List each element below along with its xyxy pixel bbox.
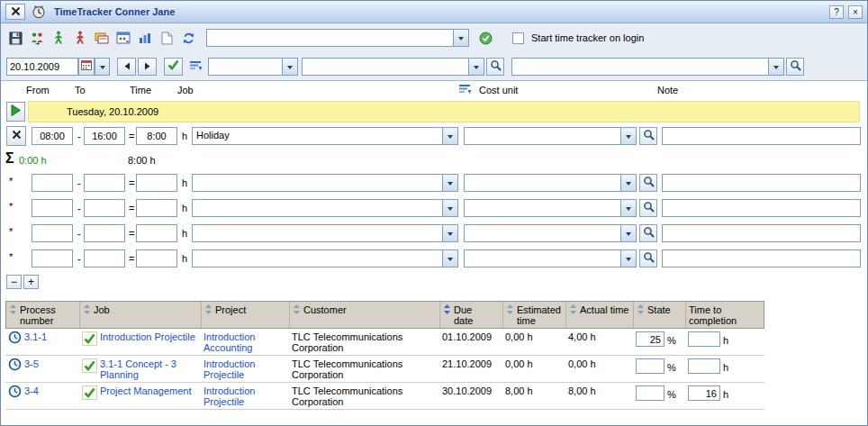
arrive-walk-icon[interactable]	[50, 30, 68, 46]
project-link[interactable]: Introduction Accounting	[203, 331, 286, 353]
note-input[interactable]	[662, 127, 861, 145]
chevron-down-icon[interactable]	[442, 128, 457, 144]
to-input[interactable]	[84, 127, 125, 145]
delete-entry-button[interactable]	[6, 126, 26, 146]
duration-input[interactable]	[136, 199, 177, 217]
header-due-date[interactable]: Due date	[440, 302, 503, 328]
state-input[interactable]	[636, 358, 665, 374]
note-input[interactable]	[662, 199, 861, 217]
duration-input[interactable]	[136, 174, 177, 192]
task-timer-icon[interactable]	[8, 358, 22, 371]
project-link[interactable]: Introduction Projectile	[203, 358, 286, 380]
note-input[interactable]	[662, 224, 861, 242]
confirm-day-button[interactable]	[164, 58, 183, 76]
completion-input[interactable]	[688, 385, 720, 401]
job-check-icon[interactable]	[82, 385, 97, 400]
job-link[interactable]: Introduction Projectile	[100, 331, 195, 342]
chevron-down-icon[interactable]	[620, 128, 636, 144]
panel-close-button[interactable]	[5, 4, 25, 20]
state-input[interactable]	[636, 385, 665, 401]
costunit-combo[interactable]	[464, 127, 637, 145]
header-actual-time[interactable]: Actual time	[566, 302, 634, 328]
state-input[interactable]	[636, 331, 665, 347]
header-state[interactable]: State	[634, 302, 686, 328]
to-input[interactable]	[84, 199, 125, 217]
quick-jump-combo[interactable]	[206, 29, 469, 47]
note-input[interactable]	[662, 249, 861, 267]
job-combo[interactable]	[192, 249, 458, 267]
refresh-icon[interactable]	[179, 30, 197, 46]
chevron-down-icon[interactable]	[768, 59, 783, 75]
header-customer[interactable]: Customer	[290, 302, 440, 328]
task-timer-icon[interactable]	[8, 385, 22, 398]
help-button[interactable]: ?	[829, 5, 844, 19]
chevron-down-icon[interactable]	[620, 250, 636, 267]
costunit-combo[interactable]	[464, 249, 637, 267]
costunit-combo[interactable]	[464, 174, 637, 192]
chevron-down-icon[interactable]	[620, 200, 636, 216]
chevron-down-icon[interactable]	[620, 225, 636, 241]
date-input[interactable]	[6, 58, 78, 76]
job-combo[interactable]	[192, 199, 458, 217]
job-check-icon[interactable]	[82, 358, 97, 373]
next-day-button[interactable]	[138, 58, 157, 76]
process-link[interactable]: 3-4	[24, 385, 39, 396]
chevron-down-icon[interactable]	[442, 200, 457, 216]
chevron-down-icon[interactable]	[442, 175, 457, 191]
from-input[interactable]	[32, 174, 73, 192]
calendar-button[interactable]	[78, 58, 95, 76]
costunit-combo[interactable]	[464, 224, 637, 242]
from-input[interactable]	[32, 199, 73, 217]
cards-icon[interactable]	[93, 30, 111, 46]
costunit-search-button[interactable]	[639, 199, 657, 217]
period-combo[interactable]	[208, 58, 298, 76]
costunit-search-button[interactable]	[639, 224, 657, 242]
header-process-number[interactable]: Process number	[6, 302, 80, 328]
job-link[interactable]: Project Management	[100, 385, 192, 396]
remove-row-button[interactable]: −	[6, 275, 22, 289]
chevron-down-icon[interactable]	[442, 250, 457, 267]
costunit-search-button[interactable]	[639, 249, 657, 267]
sort-view-button[interactable]	[186, 59, 204, 75]
job-search-button[interactable]	[486, 58, 504, 76]
add-row-button[interactable]: +	[23, 275, 39, 289]
costunit-lookup-combo[interactable]	[511, 58, 784, 76]
chevron-down-icon[interactable]	[620, 175, 636, 191]
start-on-login-checkbox[interactable]	[512, 32, 524, 44]
completion-input[interactable]	[688, 358, 720, 374]
header-estimated-time[interactable]: Estimated time	[503, 302, 566, 328]
chevron-down-icon[interactable]	[453, 30, 468, 46]
process-link[interactable]: 3.1-1	[24, 331, 47, 342]
costunit-search-button[interactable]	[639, 127, 657, 145]
job-lookup-combo[interactable]	[302, 58, 484, 76]
from-input[interactable]	[32, 224, 73, 242]
leave-walk-icon[interactable]	[71, 30, 89, 46]
costunit-search-button[interactable]	[639, 174, 657, 192]
close-button[interactable]: ×	[848, 5, 863, 19]
chevron-down-icon[interactable]	[468, 59, 484, 75]
header-project[interactable]: Project	[202, 302, 290, 328]
chevron-down-icon[interactable]	[282, 59, 297, 75]
job-combo[interactable]	[192, 174, 458, 192]
duration-input[interactable]	[136, 224, 177, 242]
costunit-combo[interactable]	[464, 199, 637, 217]
duration-input[interactable]	[136, 249, 177, 267]
to-input[interactable]	[84, 224, 125, 242]
start-tracker-button[interactable]	[6, 102, 25, 122]
job-link[interactable]: 3.1-1 Concept - 3 Planning	[100, 358, 198, 380]
costunit-search-button[interactable]	[786, 58, 804, 76]
header-job[interactable]: Job	[80, 302, 202, 328]
new-document-icon[interactable]	[158, 30, 176, 46]
check-in-out-icon[interactable]	[28, 30, 46, 46]
duration-input[interactable]	[136, 127, 177, 145]
previous-day-button[interactable]	[117, 58, 136, 76]
chevron-down-icon[interactable]	[442, 225, 457, 241]
job-check-icon[interactable]	[82, 331, 97, 346]
note-input[interactable]	[662, 174, 861, 192]
planning-board-icon[interactable]	[114, 30, 132, 46]
header-time-to-completion[interactable]: Time to completion	[686, 302, 765, 328]
from-input[interactable]	[32, 127, 73, 145]
job-combo[interactable]: Holiday	[192, 127, 458, 145]
statistics-icon[interactable]	[136, 30, 154, 46]
save-icon[interactable]	[6, 30, 24, 46]
